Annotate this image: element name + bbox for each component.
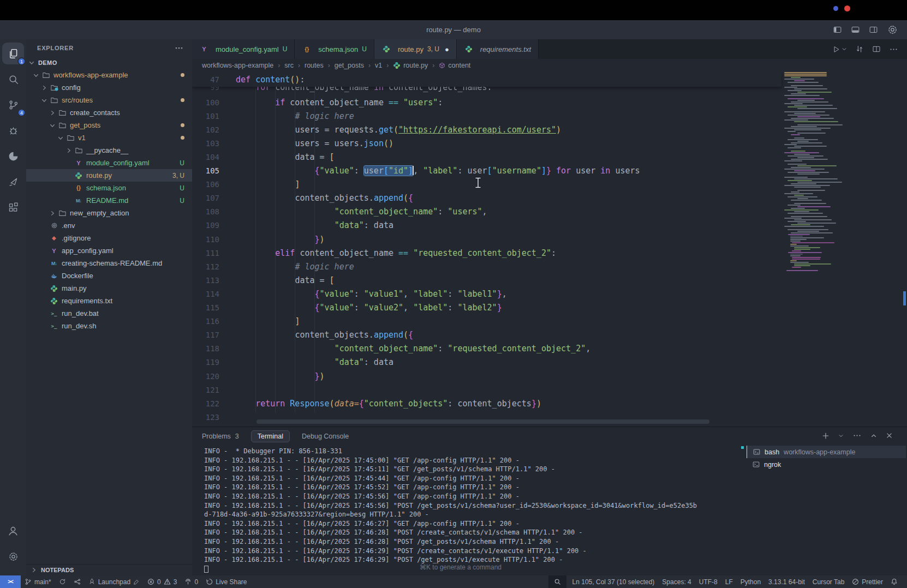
- breadcrumb-item-content[interactable]: content: [439, 62, 470, 69]
- maximize-panel-icon[interactable]: [870, 433, 877, 439]
- breadcrumb-item-route-py[interactable]: route.py: [393, 62, 428, 69]
- tree-folder-get-posts[interactable]: get_posts: [26, 119, 192, 131]
- close-panel-icon[interactable]: [886, 432, 893, 439]
- status-problems[interactable]: 03: [144, 575, 181, 588]
- status-language[interactable]: Python: [737, 575, 765, 588]
- status-ports[interactable]: 0: [181, 575, 202, 588]
- activity-explorer[interactable]: 1: [2, 43, 24, 64]
- workspace-root-row[interactable]: DEMO: [26, 57, 192, 69]
- tree-folder-create-contacts[interactable]: create_contacts: [26, 106, 192, 119]
- tree-folder-new-empty-action[interactable]: new_empty_action: [26, 207, 192, 219]
- sticky-scroll-line[interactable]: 47def content():: [192, 72, 781, 87]
- tree-file-module-config-yaml[interactable]: Ymodule_config.yamlU: [26, 157, 192, 169]
- tree-folder-src-routes[interactable]: src/routes: [26, 94, 192, 106]
- breadcrumb-item-routes[interactable]: routes: [305, 62, 324, 69]
- tree-file-requirements-txt[interactable]: requirements.txt: [26, 295, 192, 307]
- tree-file-route-py[interactable]: route.py3, U: [26, 169, 192, 182]
- code-line-112[interactable]: 112 # logic here: [192, 260, 781, 273]
- status-remote-indicator[interactable]: ><: [0, 575, 21, 588]
- code-line-105[interactable]: 105 {"value": user["id"], "label": user[…: [192, 164, 781, 178]
- run-python-file-button[interactable]: [832, 45, 847, 53]
- minimap[interactable]: [784, 72, 856, 290]
- panel-tab-debug-console[interactable]: Debug Console: [302, 433, 349, 440]
- code-editor[interactable]: 100 if content_object_name == "users":10…: [192, 72, 907, 427]
- scrolled-code-line[interactable]: 99 for content_object_name in content_ob…: [192, 87, 781, 94]
- status-indentation[interactable]: Spaces: 4: [658, 575, 695, 588]
- code-line-101[interactable]: 101 # logic here: [192, 109, 781, 123]
- tree-file-creating-schemas-readme-md[interactable]: M↓creating-schemas-README.md: [26, 257, 192, 269]
- code-line-102[interactable]: 102 users = requests.get("https://fakest…: [192, 123, 781, 136]
- terminal-output[interactable]: INFO - * Debugger PIN: 856-118-331INFO -…: [204, 447, 717, 575]
- unsaved-dot-icon[interactable]: ●: [445, 45, 449, 53]
- toggle-panel-icon[interactable]: [851, 25, 860, 34]
- toggle-sidebar-icon[interactable]: [833, 25, 842, 34]
- status-live-share[interactable]: Live Share: [202, 575, 250, 588]
- new-terminal-icon[interactable]: [822, 432, 830, 440]
- more-actions-icon[interactable]: [852, 431, 862, 440]
- status-search-toggle[interactable]: [548, 575, 566, 588]
- tree-file-run-dev-sh[interactable]: >_run_dev.sh: [26, 320, 192, 332]
- more-actions-icon[interactable]: ⋯: [175, 43, 183, 53]
- tab-route-py[interactable]: route.py3, U●: [374, 39, 457, 59]
- status-notifications[interactable]: [887, 575, 902, 588]
- code-line-113[interactable]: 113 data = [: [192, 273, 781, 287]
- code-line-104[interactable]: 104 data = [: [192, 150, 781, 164]
- code-line-108[interactable]: 108 "content_object_name": "users",: [192, 205, 781, 219]
- code-line-99[interactable]: 99 for content_object_name in content_ob…: [192, 87, 781, 94]
- breadcrumb-item-workflows-app-example[interactable]: workflows-app-example: [202, 62, 273, 69]
- code-line-117[interactable]: 117 content_objects.append({: [192, 328, 781, 342]
- more-actions-icon[interactable]: [889, 45, 898, 54]
- status-encoding[interactable]: UTF-8: [695, 575, 721, 588]
- tree-folder-pycache[interactable]: __pycache__: [26, 144, 192, 157]
- status-cursor-position[interactable]: Ln 105, Col 37 (10 selected): [569, 575, 659, 588]
- code-line-100[interactable]: 100 if content_object_name == "users":: [192, 95, 781, 109]
- activity-extensions[interactable]: [2, 196, 24, 218]
- code-line-118[interactable]: 118 "content_object_name": "requested_co…: [192, 342, 781, 356]
- status-launchpad[interactable]: Launchpad: [85, 575, 144, 588]
- code-line-119[interactable]: 119 "data": data: [192, 356, 781, 369]
- panel-tab-problems[interactable]: Problems3: [202, 433, 239, 440]
- breadcrumb-item-src[interactable]: src: [284, 62, 294, 69]
- status-git-graph[interactable]: [70, 575, 85, 588]
- panel-tab-terminal[interactable]: Terminal: [251, 430, 290, 442]
- code-line-120[interactable]: 120 }): [192, 369, 781, 383]
- tree-file-run-dev-bat[interactable]: >_run_dev.bat: [26, 307, 192, 320]
- tree-file-main-py[interactable]: main.py: [26, 282, 192, 295]
- terminal-profile-chevron-icon[interactable]: [838, 433, 844, 439]
- activity-run-and-debug[interactable]: [2, 119, 24, 141]
- horizontal-scrollbar[interactable]: [256, 419, 709, 424]
- status-eol[interactable]: LF: [721, 575, 737, 588]
- activity-search[interactable]: [2, 68, 24, 90]
- code-line-121[interactable]: 121: [192, 383, 781, 397]
- terminal-instance-bash[interactable]: bashworkflows-app-example: [747, 446, 906, 458]
- compare-changes-icon[interactable]: [855, 45, 864, 53]
- split-editor-icon[interactable]: [872, 45, 881, 53]
- code-line-116[interactable]: 116 ]: [192, 315, 781, 328]
- status-cursor-tab[interactable]: Cursor Tab: [809, 575, 848, 588]
- code-line-122[interactable]: 122 return Response(data={"content_objec…: [192, 397, 781, 410]
- notepads-section[interactable]: NOTEPADS: [26, 564, 192, 575]
- tree-file-readme-md[interactable]: M↓README.mdU: [26, 194, 192, 207]
- status-prettier[interactable]: Prettier: [848, 575, 887, 588]
- breadcrumb-item-get-posts[interactable]: get_posts: [335, 62, 364, 69]
- tree-file-gitignore[interactable]: .gitignore: [26, 232, 192, 244]
- tab-requirements-txt[interactable]: requirements.txt: [457, 39, 539, 59]
- code-line-109[interactable]: 109 "data": data: [192, 219, 781, 232]
- activity-extension-logo[interactable]: [2, 145, 24, 167]
- tree-file-dockerfile[interactable]: Dockerfile: [26, 269, 192, 282]
- terminal-instance-ngrok[interactable]: ngrok: [747, 458, 906, 471]
- code-line-114[interactable]: 114 {"value": "value1", "label": "label1…: [192, 287, 781, 301]
- code-line-47[interactable]: 47def content():: [192, 72, 781, 87]
- tab-schema-json[interactable]: {}schema.jsonU: [295, 39, 374, 59]
- code-line-110[interactable]: 110 }): [192, 232, 781, 246]
- toggle-secondary-sidebar-icon[interactable]: [869, 25, 878, 34]
- activity-accounts[interactable]: [2, 520, 24, 542]
- activity-source-control[interactable]: 4: [2, 94, 24, 116]
- code-line-115[interactable]: 115 {"value": "value2", "label": "label2…: [192, 301, 781, 315]
- tree-file-env[interactable]: .env: [26, 219, 192, 232]
- customize-layout-icon[interactable]: [887, 24, 898, 35]
- tree-file-app-config-yaml[interactable]: Yapp_config.yaml: [26, 244, 192, 257]
- code-line-111[interactable]: 111 elif content_object_name == "request…: [192, 246, 781, 260]
- activity-deploy[interactable]: [2, 171, 24, 193]
- status-git-sync[interactable]: [55, 575, 70, 588]
